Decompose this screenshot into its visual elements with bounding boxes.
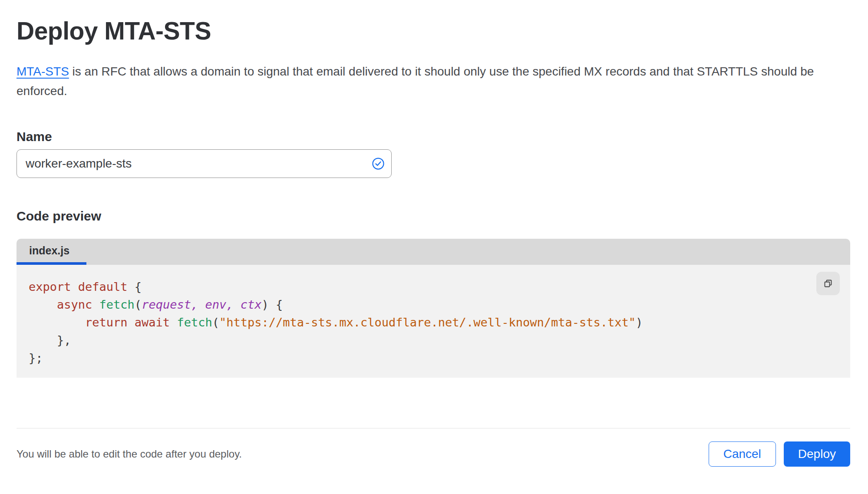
- code-token: ): [636, 316, 643, 329]
- code-block: export default { async fetch(request, en…: [17, 265, 850, 378]
- name-field: [17, 149, 392, 178]
- code-token: [92, 298, 99, 311]
- tab-index-js[interactable]: index.js: [17, 239, 86, 265]
- code-tabbar: index.js: [17, 239, 850, 265]
- code-token: },: [29, 333, 71, 347]
- code-token: return await: [85, 316, 170, 329]
- deploy-button[interactable]: Deploy: [784, 441, 850, 467]
- name-input[interactable]: [17, 149, 392, 178]
- code-token: (: [212, 316, 219, 329]
- code-token: ctx: [241, 298, 262, 311]
- check-circle-icon: [372, 157, 385, 170]
- footer-note: You will be able to edit the code after …: [17, 448, 242, 460]
- code-token: export default: [29, 280, 128, 293]
- intro-text-rest: is an RFC that allows a domain to signal…: [17, 65, 814, 98]
- code-token: request,: [142, 298, 198, 311]
- cancel-button[interactable]: Cancel: [709, 441, 776, 467]
- code-preview-label: Code preview: [17, 209, 851, 224]
- code-token: [198, 298, 205, 311]
- name-label: Name: [17, 129, 851, 144]
- code-token: [170, 316, 177, 329]
- code-token: fetch: [177, 316, 212, 329]
- code-token: {: [128, 280, 142, 293]
- code-token: fetch: [99, 298, 135, 311]
- footer: You will be able to edit the code after …: [17, 441, 850, 467]
- code-token: "https://mta-sts.mx.cloudflare.net/.well…: [219, 316, 636, 329]
- code-token: (: [135, 298, 142, 311]
- code-preview-panel: export default { async fetch(request, en…: [17, 265, 850, 378]
- mta-sts-link[interactable]: MTA-STS: [17, 65, 69, 78]
- footer-actions: Cancel Deploy: [709, 441, 850, 467]
- code-token: [233, 298, 240, 311]
- intro-text: MTA-STS is an RFC that allows a domain t…: [17, 62, 842, 101]
- copy-button[interactable]: [816, 272, 840, 295]
- tab-index-js-label: index.js: [29, 244, 69, 257]
- copy-icon: [823, 278, 833, 289]
- page-title: Deploy MTA-STS: [17, 16, 851, 45]
- code-token: [29, 316, 85, 329]
- code-token: ) {: [262, 298, 283, 311]
- footer-divider: [17, 428, 850, 428]
- code-token: [29, 298, 57, 311]
- code-token: env,: [205, 298, 233, 311]
- code-token: };: [29, 351, 43, 365]
- code-token: async: [57, 298, 92, 311]
